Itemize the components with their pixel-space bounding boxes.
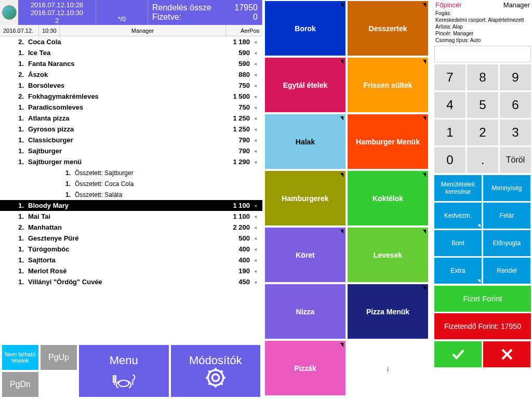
order-row[interactable]: 1.Mai Tai1 100◂ bbox=[0, 211, 262, 222]
category-button[interactable]: Frissen sültek bbox=[348, 58, 428, 112]
numpad-3[interactable]: 3 bbox=[500, 119, 531, 145]
order-price: 500 bbox=[219, 234, 250, 242]
order-price: 190 bbox=[219, 267, 250, 275]
order-row[interactable]: 1.Classicburger790◂ bbox=[0, 135, 262, 145]
order-row[interactable]: 2.Ászok880◂ bbox=[0, 69, 262, 80]
category-button[interactable]: Köret bbox=[265, 228, 345, 282]
info-date: 2016.07.12. bbox=[0, 25, 39, 36]
header-totals: Rendelés össze17950 Fizetve:0 bbox=[148, 0, 262, 25]
category-button[interactable]: ↓ bbox=[348, 341, 428, 395]
action-label: Előnyugta bbox=[493, 240, 521, 247]
category-label: Borok bbox=[295, 24, 315, 33]
action-label: Rendel bbox=[497, 267, 516, 274]
category-button[interactable]: Egytál ételek bbox=[265, 58, 345, 112]
order-row[interactable]: 1.Sajttorta400◂ bbox=[0, 255, 262, 265]
hidden-items-button[interactable]: Nem látható tételek bbox=[2, 345, 38, 370]
order-row[interactable]: 1.Összetett: Saláta bbox=[0, 189, 262, 200]
numpad-1[interactable]: 1 bbox=[434, 119, 466, 145]
order-name: Sajttorta bbox=[28, 256, 219, 264]
numpad-delete[interactable]: Töröl bbox=[500, 147, 531, 173]
order-row[interactable]: 1.Bloody Mary1 100◂ bbox=[0, 200, 262, 211]
order-arrow-icon: ◂ bbox=[250, 224, 260, 230]
order-list[interactable]: 2.Coca Cola1 180◂1.Ice Tea590◂1.Fanta Na… bbox=[0, 36, 262, 327]
category-label: Hamburger Menük bbox=[356, 138, 420, 146]
category-button[interactable]: Halak bbox=[265, 114, 345, 169]
confirm-button[interactable] bbox=[434, 341, 482, 367]
order-row[interactable]: 1.Borsóleves750◂ bbox=[0, 80, 262, 91]
svg-line-5 bbox=[220, 382, 222, 384]
category-button[interactable]: Hamburgerek bbox=[265, 171, 345, 225]
submenu-indicator-icon bbox=[423, 116, 426, 121]
order-qty: 1. bbox=[2, 191, 75, 198]
action-label: Kedvezm. bbox=[444, 212, 472, 219]
numpad-4[interactable]: 4 bbox=[434, 92, 466, 118]
menu-button[interactable]: Menu bbox=[79, 345, 169, 397]
category-button[interactable]: Hamburger Menük bbox=[348, 114, 428, 169]
category-button[interactable]: Koktélok bbox=[348, 171, 428, 225]
timestamp-2: 2016.07.12.10:30 bbox=[31, 9, 83, 17]
pgup-button[interactable]: PgUp bbox=[41, 345, 77, 370]
action-button[interactable]: Extra bbox=[434, 258, 482, 284]
numpad-0[interactable]: 0 bbox=[434, 147, 466, 173]
order-row[interactable]: 1.Összetett: Sajtburger bbox=[0, 167, 262, 178]
category-button[interactable]: Levesek bbox=[348, 228, 428, 282]
action-label: Bont bbox=[451, 240, 464, 247]
submenu-indicator-icon bbox=[423, 3, 426, 7]
cancel-button[interactable] bbox=[483, 341, 530, 367]
action-button[interactable]: Mennyiség bbox=[483, 175, 530, 201]
category-button[interactable]: Desszertek bbox=[348, 1, 428, 56]
action-button[interactable]: Bont bbox=[434, 230, 482, 256]
order-row[interactable]: 1.Fanta Narancs590◂ bbox=[0, 58, 262, 69]
due-button[interactable]: Fizetendő Forint: 17950 bbox=[434, 313, 531, 339]
numpad-2[interactable]: 2 bbox=[467, 119, 498, 145]
numpad-input[interactable] bbox=[434, 46, 531, 62]
category-button[interactable]: Pizzák bbox=[265, 341, 345, 395]
order-row[interactable]: 2.Fokhagymakrémleves1 500◂ bbox=[0, 91, 262, 102]
order-row[interactable]: 1.Villányi "Ördög" Cuvée450◂ bbox=[0, 276, 262, 287]
order-row[interactable]: 1.Atlanta pizza1 250◂ bbox=[0, 113, 262, 124]
numpad-9[interactable]: 9 bbox=[500, 64, 531, 90]
x-icon bbox=[500, 348, 514, 361]
plate-icon bbox=[111, 367, 137, 388]
order-row[interactable]: 1.Gyrosos pizza1 250◂ bbox=[0, 124, 262, 135]
numpad-8[interactable]: 8 bbox=[467, 64, 498, 90]
order-arrow-icon: ◂ bbox=[250, 94, 260, 99]
numpad-5[interactable]: 5 bbox=[467, 92, 498, 118]
action-button[interactable]: Menütételek keresése bbox=[434, 175, 482, 201]
numpad-6[interactable]: 6 bbox=[500, 92, 531, 118]
submenu-indicator-icon bbox=[340, 230, 343, 234]
order-qty: 1. bbox=[2, 169, 75, 177]
category-label: ↓ bbox=[386, 364, 390, 373]
action-button[interactable]: Felár bbox=[483, 203, 530, 229]
category-button[interactable]: Pizza Menük bbox=[348, 284, 428, 339]
action-button[interactable]: Rendel bbox=[483, 258, 530, 284]
role-line4: Pincér: Manager bbox=[435, 30, 530, 37]
numpad-.[interactable]: . bbox=[467, 147, 498, 173]
order-qty: 1. bbox=[2, 234, 28, 242]
action-button[interactable]: Kedvezm. bbox=[434, 203, 482, 229]
order-row[interactable]: 1.Ice Tea590◂ bbox=[0, 47, 262, 58]
pay-button[interactable]: Fizet Forint bbox=[434, 286, 531, 312]
action-button[interactable]: Előnyugta bbox=[483, 230, 530, 256]
order-row[interactable]: 1.Merlot Rosé190◂ bbox=[0, 265, 262, 276]
order-row[interactable]: 1.Sajtburger menü1 290◂ bbox=[0, 156, 262, 167]
category-button[interactable]: Borok bbox=[265, 1, 345, 56]
order-qty: 1. bbox=[2, 49, 28, 57]
action-label: Mennyiség bbox=[491, 184, 522, 192]
total-label: Rendelés össze bbox=[152, 3, 211, 12]
order-row[interactable]: 1.Túrógombóc400◂ bbox=[0, 244, 262, 255]
order-price: 1 500 bbox=[219, 92, 250, 100]
numpad-7[interactable]: 7 bbox=[434, 64, 466, 90]
order-row[interactable]: 2.Manhattan2 200◂ bbox=[0, 222, 262, 233]
order-row[interactable]: 1.Gesztenye Püré500◂ bbox=[0, 233, 262, 244]
order-row[interactable]: 1.Összetett: Coca Cola bbox=[0, 178, 262, 189]
action-label: Menütételek keresése bbox=[434, 181, 482, 195]
order-row[interactable]: 1.Paradicsomleves750◂ bbox=[0, 102, 262, 113]
pgdn-button[interactable]: PgDn bbox=[2, 372, 38, 397]
order-row[interactable]: 2.Coca Cola1 180◂ bbox=[0, 36, 262, 47]
category-button[interactable]: Nizza bbox=[265, 284, 345, 339]
order-row[interactable]: 1.Sajtburger790◂ bbox=[0, 145, 262, 156]
action-label: Extra bbox=[450, 267, 465, 274]
modifiers-button[interactable]: Módosítók bbox=[171, 345, 261, 397]
order-name: Összetett: Sajtburger bbox=[75, 169, 219, 177]
